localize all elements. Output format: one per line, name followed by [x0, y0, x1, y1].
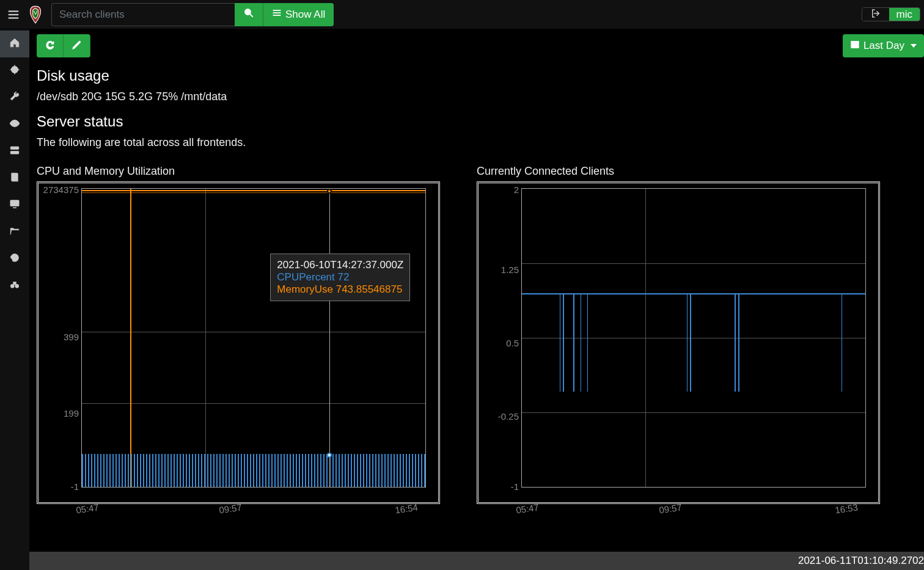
search-icon — [243, 7, 254, 21]
plot-area — [81, 188, 426, 488]
eye-icon — [9, 118, 20, 131]
target-icon — [9, 64, 20, 78]
chart-area[interactable]: 2734375 399 199 -1 05:47 09:57 16:54 — [37, 181, 440, 504]
svg-line-5 — [250, 14, 253, 17]
nav-view[interactable] — [0, 111, 29, 138]
binoculars-icon — [9, 279, 20, 293]
footer-bar: 2021-06-11T01:10:49.2702 — [29, 552, 924, 570]
nav-server[interactable] — [0, 138, 29, 165]
wrench-icon — [9, 91, 20, 104]
show-all-button[interactable]: Show All — [263, 3, 334, 26]
tooltip-time: 2021-06-10T14:27:37.000Z — [277, 259, 403, 271]
svg-rect-7 — [273, 12, 280, 13]
tooltip-cpu-value: 72 — [338, 271, 350, 283]
server-status-note: The following are total across all front… — [37, 136, 917, 149]
plot-area — [521, 188, 866, 488]
main-content: Last Day Disk usage /dev/sdb 20G 15G 5.2… — [29, 29, 924, 570]
monitor-icon — [9, 199, 20, 212]
y-tick: 2 — [514, 185, 519, 195]
chart-tooltip: 2021-06-10T14:27:37.000Z CPUPercent 72 M… — [270, 254, 410, 301]
user-menu[interactable]: mic — [889, 8, 920, 21]
y-tick: 1.25 — [501, 264, 519, 274]
chart-cpu-memory: CPU and Memory Utilization 2734375 399 1… — [37, 165, 440, 504]
nav-vfs[interactable] — [0, 219, 29, 246]
svg-point-4 — [245, 9, 251, 15]
tooltip-mem-value: 743.85546875 — [336, 283, 403, 295]
nav-hunt[interactable] — [0, 57, 29, 84]
search-button[interactable] — [235, 3, 263, 26]
svg-point-10 — [12, 67, 18, 73]
disk-usage-value: /dev/sdb 20G 15G 5.2G 75% /mnt/data — [37, 90, 917, 103]
nav-notebook[interactable] — [0, 165, 29, 192]
footer-timestamp: 2021-06-11T01:10:49.2702 — [798, 555, 924, 567]
time-range-label: Last Day — [864, 40, 904, 52]
tooltip-mem-label: MemoryUse — [277, 283, 333, 295]
username-label: mic — [897, 9, 912, 21]
sign-out-icon — [870, 8, 881, 21]
x-tick: 16:53 — [834, 502, 859, 515]
nav-history[interactable] — [0, 246, 29, 272]
time-range-picker[interactable]: Last Day — [843, 34, 924, 57]
svg-point-15 — [13, 122, 16, 125]
table-icon — [850, 40, 860, 53]
nav-tools[interactable] — [0, 84, 29, 111]
nav-home[interactable] — [0, 31, 29, 57]
chevron-down-icon — [911, 44, 917, 48]
chart-area[interactable]: 2 1.25 0.5 -0.25 -1 05:47 09:57 16:53 — [477, 181, 880, 504]
edit-button[interactable] — [64, 34, 90, 57]
y-tick: -1 — [511, 481, 519, 491]
svg-rect-22 — [13, 282, 16, 285]
show-all-label: Show All — [285, 9, 325, 21]
app-logo: V — [27, 4, 44, 25]
refresh-button[interactable] — [37, 34, 64, 57]
chart-connected-clients: Currently Connected Clients 2 1.25 0.5 -… — [477, 165, 880, 504]
refresh-icon — [45, 39, 56, 53]
account-group: mic — [862, 7, 920, 21]
svg-rect-8 — [273, 15, 280, 15]
y-tick: -0.25 — [498, 411, 519, 422]
chart-title: CPU and Memory Utilization — [37, 165, 440, 178]
menu-toggle[interactable] — [4, 5, 23, 24]
server-icon — [9, 145, 20, 158]
x-tick: 05:47 — [515, 502, 540, 515]
x-tick: 16:54 — [394, 502, 419, 515]
history-icon — [9, 252, 20, 266]
pencil-icon — [72, 39, 82, 53]
svg-rect-18 — [10, 200, 19, 206]
x-tick: 09:57 — [658, 502, 683, 515]
book-icon — [9, 172, 20, 185]
tooltip-cpu-label: CPUPercent — [277, 271, 334, 283]
home-icon — [9, 37, 20, 51]
svg-text:V: V — [34, 10, 37, 16]
list-icon — [272, 8, 282, 21]
nav-search-all[interactable] — [0, 272, 29, 299]
svg-rect-17 — [10, 152, 19, 155]
server-status-title: Server status — [37, 113, 917, 130]
search-group: Show All — [51, 3, 334, 26]
search-input[interactable] — [51, 3, 235, 26]
y-tick: 2734375 — [43, 185, 79, 195]
disk-usage-title: Disk usage — [37, 67, 917, 84]
folder-open-icon — [9, 225, 20, 239]
y-tick: 0.5 — [506, 338, 519, 348]
svg-rect-16 — [10, 147, 19, 150]
dashboard-toolbar — [37, 34, 917, 57]
sign-out-button[interactable] — [862, 8, 889, 21]
y-tick: 399 — [64, 331, 79, 342]
chart-title: Currently Connected Clients — [477, 165, 880, 178]
top-bar: V Show All mic — [0, 0, 924, 29]
side-nav — [0, 29, 29, 570]
x-tick: 09:57 — [218, 502, 243, 515]
nav-host[interactable] — [0, 192, 29, 219]
x-tick: 05:47 — [75, 502, 100, 515]
y-tick: -1 — [71, 481, 79, 491]
y-tick: 199 — [64, 407, 79, 418]
svg-rect-6 — [273, 10, 280, 10]
